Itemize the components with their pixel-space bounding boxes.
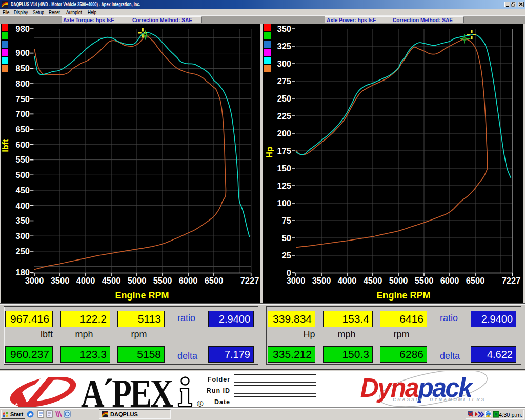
svg-text:175: 175	[277, 146, 291, 155]
svg-text:200: 200	[277, 129, 291, 138]
svg-text:7227: 7227	[502, 276, 521, 285]
svg-text:4000: 4000	[338, 276, 357, 285]
svg-text:50: 50	[282, 233, 291, 243]
svg-text:7227: 7227	[240, 276, 259, 285]
svg-text:500: 500	[15, 170, 30, 179]
svg-text:5500: 5500	[153, 276, 172, 285]
svg-text:6000: 6000	[440, 276, 459, 285]
svg-text:275: 275	[277, 76, 291, 86]
svg-text:e: e	[29, 411, 32, 417]
svg-text:700: 700	[15, 109, 30, 118]
svg-text:800: 800	[15, 79, 30, 88]
svg-text:3000: 3000	[25, 276, 44, 285]
svg-text:600: 600	[15, 140, 30, 149]
svg-text:850: 850	[15, 64, 30, 73]
svg-text:300: 300	[15, 231, 30, 241]
svg-text:6500: 6500	[205, 276, 224, 285]
svg-text:5000: 5000	[128, 276, 147, 285]
svg-text:350: 350	[15, 216, 30, 225]
svg-text:3500: 3500	[312, 276, 331, 285]
svg-text:25: 25	[282, 251, 291, 260]
svg-text:250: 250	[15, 247, 30, 256]
svg-text:3500: 3500	[51, 276, 70, 285]
svg-text:980: 980	[15, 24, 30, 33]
svg-text:!: !	[488, 414, 489, 418]
svg-text:650: 650	[15, 125, 30, 134]
svg-text:4000: 4000	[76, 276, 95, 285]
svg-text:550: 550	[15, 155, 30, 164]
svg-text:250: 250	[277, 94, 291, 103]
svg-text:Hp: Hp	[265, 147, 274, 158]
svg-text:4500: 4500	[364, 276, 382, 285]
svg-text:lbft: lbft	[1, 139, 10, 152]
svg-text:100: 100	[277, 198, 291, 208]
svg-text:75: 75	[282, 216, 291, 225]
svg-text:5000: 5000	[389, 276, 408, 285]
svg-text:Engine RPM: Engine RPM	[376, 290, 430, 301]
svg-text:225: 225	[277, 111, 291, 121]
svg-text:6500: 6500	[466, 276, 485, 285]
svg-text:3000: 3000	[287, 276, 306, 285]
svg-text:6000: 6000	[179, 276, 198, 285]
svg-text:125: 125	[277, 181, 291, 190]
svg-text:4500: 4500	[102, 276, 121, 285]
svg-text:750: 750	[15, 94, 30, 104]
svg-text:300: 300	[277, 59, 291, 68]
svg-text:DYNAMOMETERS: DYNAMOMETERS	[430, 397, 486, 402]
svg-text:400: 400	[15, 201, 30, 210]
svg-text:450: 450	[15, 186, 30, 195]
svg-text:Engine RPM: Engine RPM	[115, 290, 169, 301]
svg-text:325: 325	[277, 42, 291, 51]
svg-text:900: 900	[15, 48, 30, 57]
svg-text:5500: 5500	[415, 276, 434, 285]
svg-text:CHASSIS: CHASSIS	[393, 397, 423, 402]
svg-text:350: 350	[277, 24, 291, 33]
svg-text:150: 150	[277, 164, 291, 173]
